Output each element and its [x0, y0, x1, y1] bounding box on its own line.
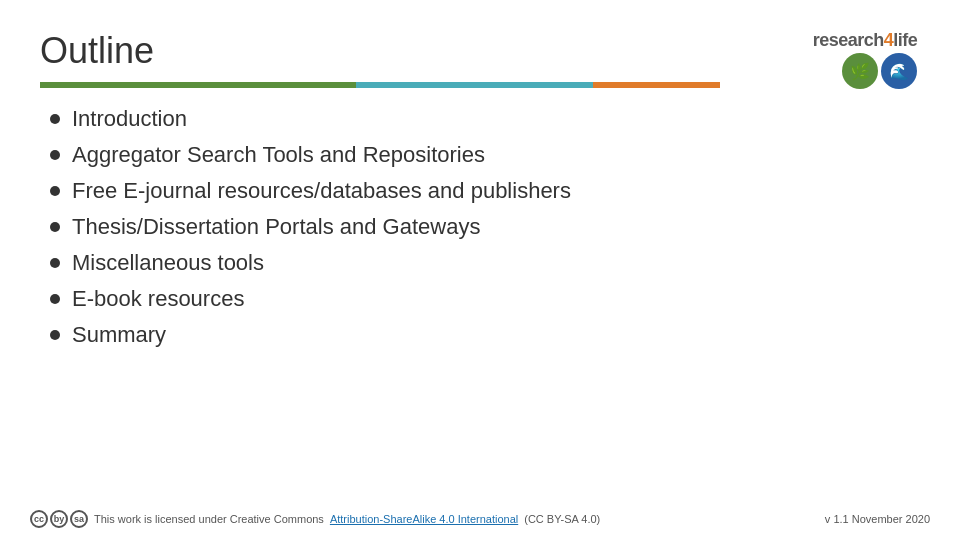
bullet-dot: [50, 150, 60, 160]
list-item-text: Free E-journal resources/databases and p…: [72, 178, 571, 204]
logo-text: research4life: [813, 31, 918, 49]
bullet-list: Introduction Aggregator Search Tools and…: [50, 106, 920, 348]
bar-green: [40, 82, 356, 88]
logo-research: research: [813, 30, 884, 50]
list-item-text: E-book resources: [72, 286, 244, 312]
list-item: Miscellaneous tools: [50, 250, 920, 276]
list-item: Introduction: [50, 106, 920, 132]
logo-circle-blue: 🌊: [881, 53, 917, 89]
slide: research4life 🌿 🌊 Outline Introduction A…: [0, 0, 960, 540]
list-item-text: Miscellaneous tools: [72, 250, 264, 276]
license-end: (CC BY-SA 4.0): [524, 513, 600, 525]
list-item: Aggregator Search Tools and Repositories: [50, 142, 920, 168]
logo-circle-green: 🌿: [842, 53, 878, 89]
bullet-dot: [50, 186, 60, 196]
bar-teal: [356, 82, 593, 88]
page-title: Outline: [40, 30, 920, 72]
list-item-text: Thesis/Dissertation Portals and Gateways: [72, 214, 480, 240]
logo-wrapper: research4life 🌿 🌊: [813, 31, 918, 89]
color-bar: [40, 82, 720, 88]
list-item: Summary: [50, 322, 920, 348]
list-item-text: Summary: [72, 322, 166, 348]
logo: research4life 🌿 🌊: [800, 20, 930, 100]
footer-left: cc by sa This work is licensed under Cre…: [30, 510, 600, 528]
by-icon: by: [50, 510, 68, 528]
list-item: E-book resources: [50, 286, 920, 312]
list-item-text: Aggregator Search Tools and Repositories: [72, 142, 485, 168]
bullet-dot: [50, 222, 60, 232]
bar-orange: [593, 82, 720, 88]
bullet-dot: [50, 330, 60, 340]
sa-icon: sa: [70, 510, 88, 528]
list-item: Thesis/Dissertation Portals and Gateways: [50, 214, 920, 240]
list-item-text: Introduction: [72, 106, 187, 132]
license-text: This work is licensed under Creative Com…: [94, 513, 324, 525]
license-link[interactable]: Attribution-ShareAlike 4.0 International: [330, 513, 518, 525]
footer-cc-icons: cc by sa: [30, 510, 88, 528]
logo-circles: 🌿 🌊: [842, 53, 917, 89]
footer: cc by sa This work is licensed under Cre…: [30, 510, 930, 528]
cc-icon: cc: [30, 510, 48, 528]
logo-life: life: [893, 30, 917, 50]
bullet-dot: [50, 294, 60, 304]
logo-4: 4: [884, 30, 894, 50]
list-item: Free E-journal resources/databases and p…: [50, 178, 920, 204]
bullet-dot: [50, 258, 60, 268]
bullet-dot: [50, 114, 60, 124]
footer-version: v 1.1 November 2020: [825, 513, 930, 525]
